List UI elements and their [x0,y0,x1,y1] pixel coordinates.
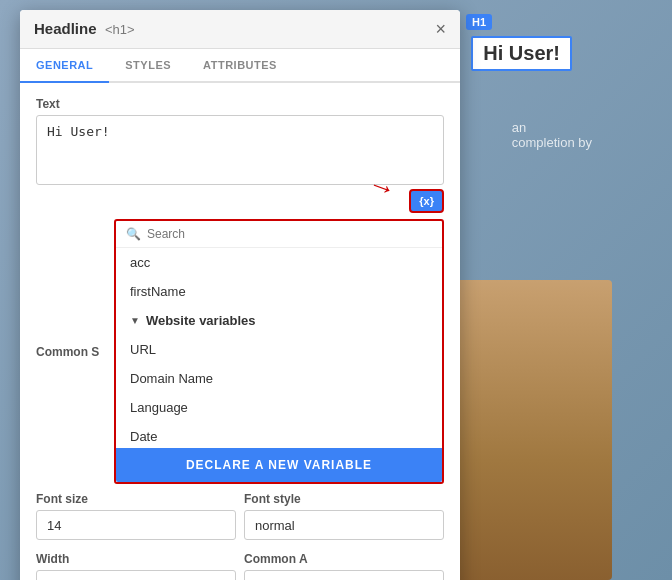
font-fields-row: Font size Font style [36,492,444,548]
panel-tag: <h1> [105,22,135,37]
font-style-label: Font style [244,492,444,506]
section-label: Website variables [146,313,256,328]
var-btn-container: → {x} [36,189,444,213]
list-item[interactable]: acc [116,248,442,277]
list-item[interactable]: Language [116,393,442,422]
dropdown-list: acc firstName ▼ Website variables URL Do… [116,248,442,448]
panel-header: Headline <h1> × [20,10,460,49]
common-s-row: Common S 🔍 acc firstName ▼ Website varia… [36,219,444,484]
panel-title-text: Headline [34,20,97,37]
tabs-bar: GENERAL STYLES ATTRIBUTES [20,49,460,83]
text-label: Text [36,97,444,111]
website-variables-section[interactable]: ▼ Website variables [116,306,442,335]
variables-dropdown: 🔍 acc firstName ▼ Website variables URL … [114,219,444,484]
font-style-group: Font style [244,492,444,540]
search-icon: 🔍 [126,227,141,241]
tab-attributes[interactable]: ATTRIBUTES [187,49,293,83]
common-s-label: Common S [36,345,106,359]
close-button[interactable]: × [435,20,446,38]
width-input[interactable] [36,570,236,580]
h1-badge: H1 [466,14,492,30]
chevron-down-icon: ▼ [130,315,140,326]
common-a-input[interactable] [244,570,444,580]
list-item[interactable]: firstName [116,277,442,306]
search-input[interactable] [147,227,432,241]
declare-new-variable-button[interactable]: DECLARE A NEW VARIABLE [116,448,442,482]
tab-styles[interactable]: STYLES [109,49,187,83]
person-caption: ancompletion by [512,120,592,150]
headline-preview: Hi User! [471,36,572,71]
list-item[interactable]: URL [116,335,442,364]
tab-general[interactable]: GENERAL [20,49,109,83]
common-a-group: Common A [244,552,444,580]
list-item[interactable]: Domain Name [116,364,442,393]
search-row: 🔍 [116,221,442,248]
width-group: Width [36,552,236,580]
panel-body: Text Hi User! → {x} Common S 🔍 acc first… [20,83,460,580]
width-row: Width Common A [36,552,444,580]
font-style-input[interactable] [244,510,444,540]
width-label: Width [36,552,236,566]
list-item[interactable]: Date [116,422,442,448]
panel-title: Headline <h1> [34,20,135,38]
common-a-label: Common A [244,552,444,566]
font-size-input[interactable] [36,510,236,540]
font-size-label: Font size [36,492,236,506]
variable-button[interactable]: {x} [409,189,444,213]
headline-panel: Headline <h1> × GENERAL STYLES ATTRIBUTE… [20,10,460,580]
font-size-group: Font size [36,492,236,540]
